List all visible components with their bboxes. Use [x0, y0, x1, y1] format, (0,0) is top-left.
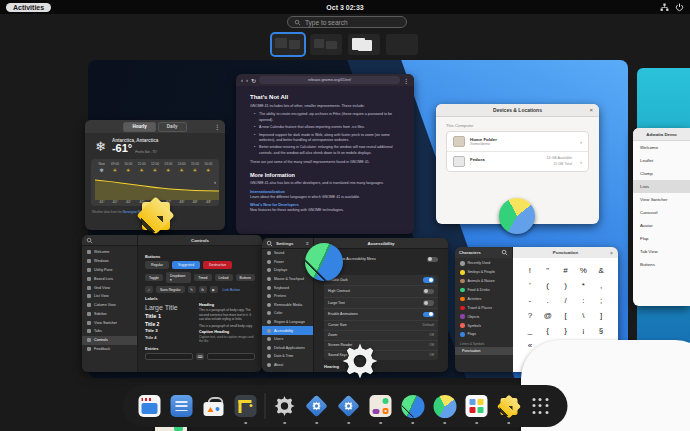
sidebar-item[interactable]: Flap — [633, 232, 690, 245]
sidebar-item-category[interactable]: Travel & Places — [455, 303, 513, 312]
small-button[interactable]: Dropdown ▾ — [166, 272, 191, 283]
dock-item-icon-library[interactable] — [368, 393, 394, 419]
copy-icon[interactable]: ⧉ — [199, 286, 207, 293]
sidebar-item[interactable]: Removable Media — [262, 301, 313, 310]
character-cell[interactable]: " — [539, 266, 557, 275]
dock-item-builder[interactable] — [233, 393, 259, 419]
sidebar-item-category[interactable]: Smileys & People — [455, 268, 513, 277]
character-cell[interactable]: _ — [521, 326, 539, 335]
web-browser-window[interactable]: ‹ › ↻ release.gnome.org/41/en/ ⋮ That's … — [236, 74, 414, 234]
sidebar-item[interactable]: Windows — [82, 257, 137, 266]
sidebar-item[interactable]: Tab View — [633, 245, 690, 258]
forward-icon[interactable]: › — [246, 77, 248, 83]
url-bar[interactable]: release.gnome.org/41/en/ — [259, 76, 400, 84]
character-cell[interactable]: @ — [539, 311, 557, 320]
whats-new-developers-link[interactable]: What's New for Developers — [250, 203, 400, 207]
character-cell[interactable]: - — [521, 296, 539, 305]
character-cell[interactable]: § — [592, 326, 610, 335]
character-cell[interactable]: ( — [539, 281, 557, 290]
small-button[interactable]: Buttons — [236, 274, 256, 281]
toggle[interactable] — [423, 312, 434, 318]
show-applications-button[interactable] — [528, 393, 554, 419]
sidebar-item[interactable]: Grid View — [82, 283, 137, 292]
close-icon[interactable]: × — [610, 250, 613, 256]
sidebar-item[interactable]: Sidebar — [82, 309, 137, 318]
entry-icon[interactable]: ⌨ — [196, 353, 204, 360]
small-button[interactable]: Toggle — [145, 274, 163, 281]
small-button[interactable]: Linked — [215, 274, 233, 281]
sidebar-item[interactable]: Welcome — [82, 248, 137, 257]
character-cell[interactable]: & — [592, 266, 610, 275]
dock-item-calendar[interactable] — [137, 393, 163, 419]
clock[interactable]: Oct 3 02:33 — [326, 4, 363, 11]
sidebar-item[interactable]: Color — [262, 309, 313, 318]
sidebar-item-category[interactable]: Flags — [455, 330, 513, 339]
dock-item-web[interactable] — [400, 393, 426, 419]
sidebar-item[interactable]: Welcome — [633, 141, 690, 154]
character-cell[interactable]: % — [574, 266, 592, 275]
workspace-thumbnail-3[interactable] — [348, 34, 380, 55]
browser-menu-icon[interactable]: ⋮ — [403, 77, 409, 84]
character-cell[interactable]: * — [574, 281, 592, 290]
sidebar-item[interactable]: View Switcher — [82, 318, 137, 327]
sidebar-item[interactable]: View Switcher — [633, 193, 690, 206]
dock-item-files[interactable] — [169, 393, 195, 419]
sidebar-item[interactable]: Keyboard — [262, 283, 313, 292]
list-item-home[interactable]: Home Folder /home/demo › — [447, 132, 588, 151]
dock-item-characters[interactable] — [464, 393, 490, 419]
close-icon[interactable]: × — [589, 107, 593, 113]
sidebar-item[interactable]: Printers — [262, 292, 313, 301]
list-item-volume[interactable]: Fedora / 14 GB Available 15 GB Total › — [447, 151, 588, 171]
sidebar-item[interactable]: Region & Language — [262, 318, 313, 327]
character-cell[interactable]: ¡ — [574, 326, 592, 335]
sidebar-item[interactable]: About — [262, 361, 313, 370]
sidebar-item-punctuation[interactable]: Punctuation — [455, 347, 513, 355]
search-input[interactable]: Type to search — [287, 16, 407, 28]
sidebar-item[interactable]: Default Applications — [262, 344, 313, 353]
font-button[interactable]: Sans Regular — [156, 286, 185, 293]
dock-item-widget-factory[interactable] — [336, 393, 362, 419]
sidebar-item[interactable]: Tabs — [82, 327, 137, 336]
sidebar-item[interactable]: Feedback — [82, 345, 137, 354]
sidebar-item-category[interactable]: Objects — [455, 312, 513, 321]
character-cell[interactable]: , — [592, 281, 610, 290]
search-icon[interactable] — [266, 240, 273, 247]
character-cell[interactable]: ! — [521, 266, 539, 275]
character-cell[interactable]: ? — [521, 311, 539, 320]
dock-item-disk-usage[interactable] — [432, 393, 458, 419]
sidebar-item[interactable]: Buttons — [633, 258, 690, 271]
character-cell[interactable]: ; — [592, 296, 610, 305]
text-entry[interactable] — [145, 353, 193, 360]
dock-item-software[interactable] — [201, 393, 227, 419]
sidebar-item[interactable]: Accessibility — [262, 326, 313, 335]
character-cell[interactable]: : — [574, 296, 592, 305]
accessibility-menu-toggle[interactable] — [427, 257, 438, 263]
sidebar-item[interactable]: Clamp — [633, 167, 690, 180]
character-cell[interactable]: # — [557, 266, 575, 275]
web-app-icon[interactable] — [305, 243, 343, 281]
destructive-button[interactable]: Destructive — [203, 261, 232, 269]
sidebar-item[interactable]: Carousel — [633, 206, 690, 219]
sidebar-item[interactable]: Leaflet — [633, 154, 690, 167]
zoom-row[interactable]: ZoomOff — [324, 330, 438, 340]
reload-icon[interactable]: ↻ — [251, 77, 256, 84]
toggle[interactable] — [423, 289, 434, 295]
weather-menu-icon[interactable]: ⋮ — [214, 123, 220, 130]
back-icon[interactable]: ‹ — [241, 77, 243, 83]
checkbox[interactable]: ✓ — [145, 286, 153, 293]
small-button[interactable]: Timed — [194, 274, 211, 281]
link-button[interactable]: Link Button — [223, 288, 241, 292]
toggle[interactable] — [423, 300, 434, 306]
tab-hourly[interactable]: Hourly — [123, 122, 155, 132]
menu-icon[interactable]: ≡ — [306, 240, 309, 246]
toggle[interactable] — [423, 277, 434, 283]
regular-button[interactable]: Regular — [145, 261, 169, 269]
edit-icon[interactable]: ✎ — [188, 286, 196, 293]
sidebar-item[interactable]: Date & Time — [262, 352, 313, 361]
settings-app-icon[interactable] — [341, 342, 379, 380]
internationalization-link[interactable]: Internationalization — [250, 190, 400, 194]
sidebar-item-category[interactable]: Animals & Nature — [455, 277, 513, 286]
dock-item-gtk-demo[interactable] — [304, 393, 330, 419]
sidebar-item-category[interactable]: Symbols — [455, 321, 513, 330]
character-cell[interactable]: / — [557, 296, 575, 305]
